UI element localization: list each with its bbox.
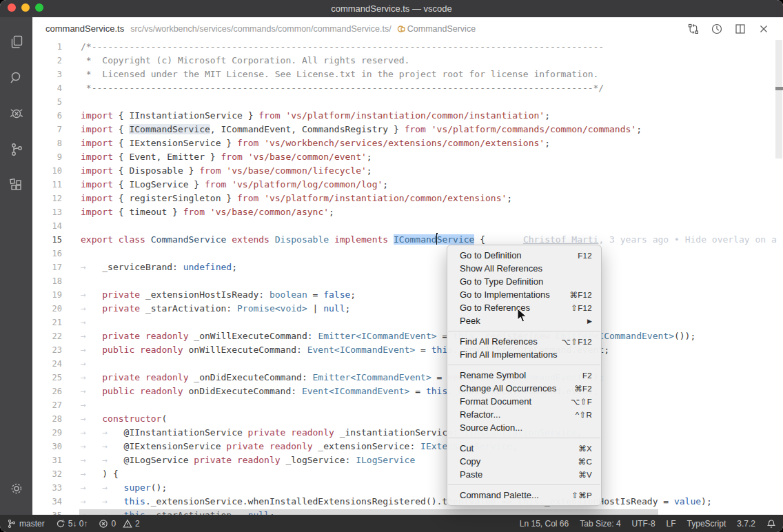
code-line[interactable]: 34→→this._extensionService.whenInstalled… (32, 495, 783, 509)
code-text[interactable]: export class CommandService extends Disp… (62, 233, 777, 247)
code-line[interactable]: 14 (32, 219, 783, 233)
menu-item-command-palette[interactable]: Command Palette...⇧⌘P (447, 489, 601, 502)
code-text[interactable]: import { Event, Emitter } from 'vs/base/… (62, 150, 372, 164)
menu-item-show-all-references[interactable]: Show All References (447, 262, 601, 275)
blame-author-link[interactable]: Christof Marti (523, 234, 599, 245)
code-line[interactable]: 10import { Disposable } from 'vs/base/co… (32, 164, 783, 178)
code-line[interactable]: 20→private _starActivation: Promise<void… (32, 302, 783, 316)
menu-item-change-all-occurrences[interactable]: Change All Occurrences⌘F2 (447, 382, 601, 395)
menu-item-go-to-references[interactable]: Go to References⇧F12 (447, 301, 601, 314)
code-text[interactable]: import { IExtensionService } from 'vs/wo… (62, 136, 550, 150)
code-text[interactable]: →→@ILogService private readonly _logServ… (62, 453, 415, 467)
code-line[interactable]: 5 (32, 95, 783, 109)
code-line[interactable]: 31→→@ILogService private readonly _logSe… (32, 453, 783, 467)
code-line[interactable]: 7import { ICommandService, ICommandEvent… (32, 123, 783, 136)
menu-item-source-action[interactable]: Source Action... (447, 421, 601, 434)
code-text[interactable] (62, 95, 81, 109)
code-line[interactable]: 28→constructor( (32, 412, 783, 426)
code-text[interactable] (62, 247, 81, 260)
code-line[interactable]: 17→_serviceBrand: undefined; (32, 260, 783, 274)
close-window-button[interactable] (8, 3, 16, 12)
code-text[interactable]: →→super(); (62, 481, 167, 495)
code-text[interactable]: import { IInstantiationService } from 'v… (62, 109, 550, 123)
code-line[interactable]: 4 *-------------------------------------… (32, 81, 783, 95)
code-line[interactable]: 3 * Licensed under the MIT License. See … (32, 68, 783, 81)
code-line[interactable]: 9import { Event, Emitter } from 'vs/base… (32, 150, 783, 164)
menu-item-go-to-implementations[interactable]: Go to Implementations⌘F12 (447, 288, 601, 301)
menu-item-refactor[interactable]: Refactor...^⇧R (447, 408, 601, 421)
code-text[interactable]: → (62, 316, 102, 329)
code-line[interactable]: 18 (32, 274, 783, 288)
settings-gear-icon[interactable] (0, 471, 32, 507)
code-line[interactable]: 19→private _extensionHostIsReady: boolea… (32, 288, 783, 302)
menu-item-cut[interactable]: Cut⌘X (447, 442, 601, 455)
code-line[interactable]: 15export class CommandService extends Di… (32, 233, 783, 247)
code-line[interactable]: 12import { registerSingleton } from 'vs/… (32, 192, 783, 205)
menu-item-rename-symbol[interactable]: Rename SymbolF2 (447, 369, 601, 382)
code-line[interactable]: 26→public readonly onDidExecuteCommand: … (32, 385, 783, 398)
menu-item-format-document[interactable]: Format Document⌥⇧F (447, 395, 601, 408)
menu-item-find-all-references[interactable]: Find All References⌥⇧F12 (447, 335, 601, 348)
source-control-icon[interactable] (0, 132, 32, 167)
open-changes-icon[interactable] (687, 22, 700, 36)
code-line[interactable]: 24→ (32, 357, 783, 371)
menu-item-find-all-implementations[interactable]: Find All Implementations (447, 348, 601, 361)
code-line[interactable]: 29→→@IInstantiationService private reado… (32, 426, 783, 440)
code-line[interactable]: 25→private readonly _onDidExecuteCommand… (32, 371, 783, 385)
code-text[interactable]: import { registerSingleton } from 'vs/pl… (62, 192, 512, 205)
code-text[interactable]: * Copyright (c) Microsoft Corporation. A… (62, 54, 409, 68)
search-icon[interactable] (0, 60, 32, 96)
code-text[interactable]: → (62, 398, 102, 412)
code-line[interactable]: 27→ (32, 398, 783, 412)
code-line[interactable]: 16 (32, 247, 783, 260)
code-text[interactable]: →private _starActivation: Promise<void> … (62, 302, 350, 316)
code-line[interactable]: 13import { timeout } from 'vs/base/commo… (32, 205, 783, 219)
code-text[interactable] (62, 219, 81, 233)
code-line[interactable]: 30→→@IExtensionService private readonly … (32, 440, 783, 453)
language-mode[interactable]: TypeScript (687, 519, 726, 529)
code-text[interactable]: →constructor( (62, 412, 167, 426)
debug-icon[interactable] (0, 96, 32, 132)
menu-item-peek[interactable]: Peek▶ (447, 314, 601, 327)
code-text[interactable]: *---------------------------------------… (62, 81, 604, 95)
sync-indicator[interactable]: 5↓ 0↑ (56, 519, 88, 529)
code-line[interactable]: 32→) { (32, 467, 783, 481)
close-editor-icon[interactable] (757, 22, 771, 36)
zoom-window-button[interactable] (35, 3, 43, 12)
code-text[interactable]: /*--------------------------------------… (62, 40, 604, 54)
minimize-window-button[interactable] (21, 3, 30, 12)
code-text[interactable]: * Licensed under the MIT License. See Li… (62, 68, 598, 81)
code-text[interactable]: →→this._extensionService.whenInstalledEx… (62, 495, 712, 509)
vertical-scrollbar[interactable] (775, 40, 782, 158)
code-text[interactable]: →_serviceBrand: undefined; (62, 260, 237, 274)
code-text[interactable]: import { timeout } from 'vs/base/common/… (62, 205, 334, 219)
code-text[interactable]: import { ILogService } from 'vs/platform… (62, 178, 388, 192)
code-line[interactable]: 33→→super(); (32, 481, 783, 495)
code-line[interactable]: 21→ (32, 316, 783, 329)
menu-item-copy[interactable]: Copy⌘C (447, 455, 601, 468)
code-text[interactable]: →) { (62, 467, 119, 481)
breadcrumb-symbol[interactable]: CommandService (407, 24, 476, 34)
menu-item-go-to-type-definition[interactable]: Go to Type Definition (447, 275, 601, 288)
menu-item-paste[interactable]: Paste⌘V (447, 468, 601, 481)
code-line[interactable]: 8import { IExtensionService } from 'vs/w… (32, 136, 783, 150)
code-text[interactable] (62, 274, 81, 288)
explorer-icon[interactable] (0, 24, 32, 60)
tab-size[interactable]: Tab Size: 4 (580, 519, 620, 529)
encoding[interactable]: UTF-8 (632, 519, 655, 529)
code-line[interactable]: 2 * Copyright (c) Microsoft Corporation.… (32, 54, 783, 68)
bell-icon[interactable] (766, 519, 776, 529)
menu-item-go-to-definition[interactable]: Go to DefinitionF12 (447, 249, 601, 262)
open-preview-icon[interactable] (710, 22, 724, 36)
code-area[interactable]: 1/*-------------------------------------… (32, 40, 783, 515)
code-text[interactable]: → (62, 357, 102, 371)
eol-indicator[interactable]: LF (667, 519, 676, 529)
code-line[interactable]: 11import { ILogService } from 'vs/platfo… (32, 178, 783, 192)
code-line[interactable]: 23→public readonly onWillExecuteCommand:… (32, 343, 783, 357)
code-line[interactable]: 1/*-------------------------------------… (32, 40, 783, 54)
file-name[interactable]: commandService.ts (45, 23, 124, 34)
code-line[interactable]: 6import { IInstantiationService } from '… (32, 109, 783, 123)
extensions-icon[interactable] (0, 167, 32, 203)
branch-indicator[interactable]: master (7, 519, 45, 529)
typescript-version[interactable]: 3.7.2 (737, 519, 755, 529)
